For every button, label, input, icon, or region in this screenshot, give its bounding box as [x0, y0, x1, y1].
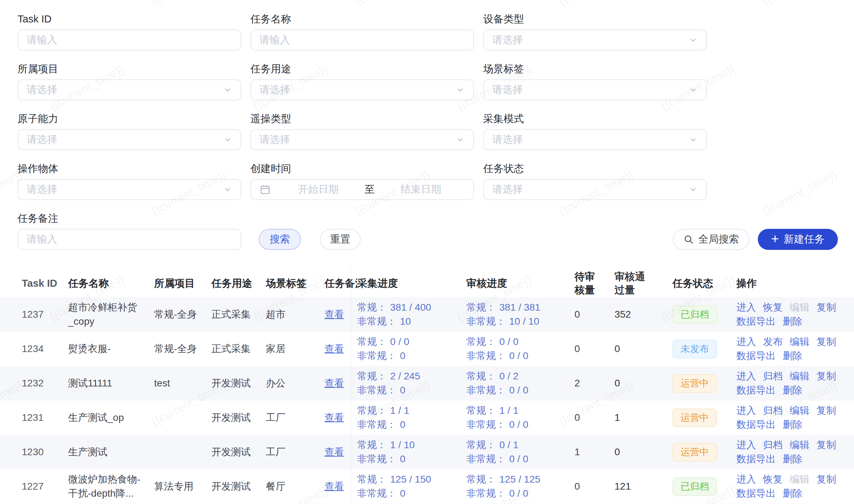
action-link[interactable]: 复制	[816, 472, 836, 486]
action-link[interactable]: 进入	[736, 472, 756, 486]
action-link[interactable]: 复制	[816, 335, 836, 349]
view-remark-link[interactable]: 查看	[324, 309, 344, 320]
operate-object-select[interactable]: 请选择	[18, 179, 241, 200]
action-link[interactable]: 进入	[736, 335, 756, 349]
status-badge: 未发布	[672, 340, 717, 358]
progress-text: 0	[400, 350, 406, 361]
action-link[interactable]: 删除	[783, 418, 802, 432]
action-link[interactable]: 删除	[783, 349, 802, 363]
action-link[interactable]: 恢复	[763, 472, 783, 486]
action-link[interactable]: 复制	[816, 300, 836, 314]
action-link[interactable]: 归档	[763, 369, 783, 383]
column-header-pending: 待审核量	[574, 270, 615, 297]
progress-text: 1 / 1	[390, 405, 409, 416]
action-link[interactable]: 复制	[816, 404, 836, 418]
task-remark-input[interactable]: 请输入	[18, 229, 241, 250]
device-type-select[interactable]: 请选择	[483, 29, 707, 51]
filter-create-time: 创建时间 开始日期 至 结束日期	[250, 162, 474, 200]
task-id-input[interactable]: 请输入	[18, 29, 241, 51]
progress-line: 常规：0 / 2	[466, 369, 574, 383]
view-remark-link[interactable]: 查看	[324, 343, 344, 354]
view-remark-link[interactable]: 查看	[324, 481, 344, 492]
name-cell: 微波炉加热食物-干扰-depth降...	[68, 472, 154, 500]
search-button[interactable]: 搜索	[259, 229, 301, 250]
action-link[interactable]: 归档	[763, 404, 783, 418]
progress-text: 常规：	[466, 405, 496, 416]
progress-line: 常规：1 / 1	[466, 404, 574, 418]
task-purpose-select[interactable]: 请选择	[250, 79, 474, 100]
task-name-input[interactable]: 请输入	[250, 29, 474, 51]
action-link[interactable]: 删除	[783, 486, 802, 500]
filter-row-3: 原子能力 请选择 遥操类型 请选择 采集模式 请选择	[18, 112, 838, 150]
action-link: 编辑	[790, 472, 809, 486]
action-link[interactable]: 编辑	[790, 438, 809, 452]
teleop-type-select[interactable]: 请选择	[250, 129, 474, 150]
filter-row-5: 任务备注 请输入 搜索 重置 全局搜索 + 新建任务	[18, 212, 838, 250]
action-link[interactable]: 数据导出	[736, 383, 776, 397]
progress-line: 常规：1 / 1	[357, 404, 466, 418]
chevron-down-icon	[223, 85, 232, 94]
view-remark-link[interactable]: 查看	[324, 412, 344, 423]
action-link[interactable]: 删除	[783, 314, 802, 329]
column-header-scene: 场景标签	[266, 277, 324, 290]
action-link[interactable]: 数据导出	[736, 418, 776, 432]
action-link[interactable]: 归档	[763, 438, 783, 452]
action-link[interactable]: 编辑	[790, 404, 809, 418]
task-status-select[interactable]: 请选择	[483, 179, 707, 200]
create-task-button[interactable]: + 新建任务	[758, 229, 838, 250]
create-time-range-picker[interactable]: 开始日期 至 结束日期	[250, 179, 474, 200]
view-remark-link[interactable]: 查看	[324, 446, 344, 457]
action-link[interactable]: 数据导出	[736, 486, 776, 500]
filter-label: 原子能力	[18, 112, 241, 125]
collect-mode-select[interactable]: 请选择	[483, 129, 707, 150]
reset-button[interactable]: 重置	[320, 229, 361, 250]
table-header-row: Task ID任务名称所属项目任务用途场景标签任务备注采集进度审核进度待审核量审…	[0, 269, 854, 297]
action-link[interactable]: 编辑	[790, 369, 809, 383]
filter-panel: Task ID 请输入 任务名称 请输入 设备类型 请选择	[18, 0, 838, 250]
passed-cell: 0	[615, 342, 672, 356]
column-header-remark: 任务备注	[324, 277, 357, 290]
action-link[interactable]: 数据导出	[736, 314, 776, 329]
pending-cell: 0	[574, 342, 615, 356]
chevron-down-icon	[456, 85, 465, 94]
action-link[interactable]: 复制	[816, 438, 836, 452]
scene-tag-select[interactable]: 请选择	[483, 79, 707, 100]
chevron-down-icon	[456, 135, 465, 144]
action-link[interactable]: 发布	[763, 335, 783, 349]
action-link[interactable]: 数据导出	[736, 452, 776, 466]
action-link[interactable]: 进入	[736, 369, 756, 383]
action-link[interactable]: 编辑	[790, 335, 809, 349]
filter-device-type: 设备类型 请选择	[483, 13, 707, 51]
progress-text: 非常规：	[357, 488, 396, 499]
atomic-ability-select[interactable]: 请选择	[18, 129, 241, 150]
progress-text: 常规：	[466, 439, 496, 450]
progress-text: 0	[400, 419, 406, 430]
action-link[interactable]: 删除	[783, 452, 802, 466]
view-remark-link[interactable]: 查看	[324, 378, 344, 389]
progress-line: 非常规：10	[357, 314, 466, 329]
status-cell: 运营中	[672, 409, 736, 427]
project-cell: test	[154, 376, 211, 390]
progress-text: 常规：	[466, 474, 496, 485]
action-link[interactable]: 进入	[736, 404, 756, 418]
action-link[interactable]: 恢复	[763, 300, 783, 314]
progress-text: 非常规：	[357, 316, 396, 327]
passed-cell: 121	[615, 479, 672, 493]
action-link[interactable]: 进入	[736, 438, 756, 452]
project-cell: 常规-全身	[154, 342, 211, 356]
action-link[interactable]: 删除	[783, 383, 802, 397]
chevron-down-icon	[689, 35, 698, 45]
action-link[interactable]: 复制	[816, 369, 836, 383]
progress-text: 0	[400, 488, 406, 499]
progress-line: 常规：1 / 10	[357, 438, 466, 452]
task-management-page: {{current_time}}{{current_time}}{{curren…	[0, 0, 854, 504]
global-search-button[interactable]: 全局搜索	[673, 229, 749, 250]
filter-task-name: 任务名称 请输入	[250, 13, 474, 51]
progress-text: 0 / 0	[509, 350, 528, 361]
progress-line: 非常规：10 / 10	[466, 314, 574, 329]
action-link[interactable]: 数据导出	[736, 349, 776, 363]
action-link[interactable]: 进入	[736, 300, 756, 314]
project-select[interactable]: 请选择	[18, 79, 241, 100]
table-row: 1230生产测试开发测试工厂查看常规：1 / 10非常规：0常规：0 / 1非常…	[0, 435, 854, 469]
progress-text: 1 / 1	[499, 405, 518, 416]
